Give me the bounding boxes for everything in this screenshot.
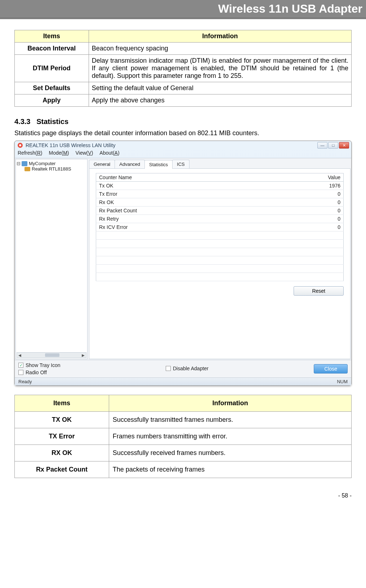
- statusbar: Ready NUM: [15, 377, 351, 385]
- status-left: Ready: [18, 379, 32, 384]
- show-tray-label: Show Tray Icon: [26, 362, 61, 368]
- app-icon: [17, 142, 23, 149]
- tree-root[interactable]: ⊟ MyComputer: [17, 161, 86, 166]
- window-title: REALTEK 11n USB Wireless LAN Utility: [26, 142, 115, 148]
- disable-adapter-label: Disable Adapter: [173, 366, 209, 371]
- stats-row: [96, 240, 344, 248]
- checkbox-icon: ✓: [18, 363, 23, 368]
- status-right: NUM: [337, 379, 348, 384]
- stats-table: Counter Name Value Tx OK1976 Tx Error0 R…: [96, 173, 344, 281]
- scroll-right-icon[interactable]: ►: [80, 353, 86, 358]
- t2-item: RX OK: [15, 445, 109, 461]
- t1-info: Beacon frequency spacing: [89, 43, 351, 55]
- stats-row[interactable]: Tx Error0: [96, 190, 344, 198]
- svg-point-1: [19, 144, 21, 146]
- tree-child[interactable]: Realtek RTL8188S: [17, 166, 86, 172]
- t2-info: Successfully received frames numbers.: [109, 445, 351, 461]
- stats-row[interactable]: Rx Retry0: [96, 215, 344, 223]
- menubar: Refresh(R) Mode(M) View(V) About(A): [15, 149, 351, 158]
- page-number: - 58 -: [0, 485, 366, 506]
- tabs: General Advanced Statistics ICS: [89, 159, 351, 169]
- stats-header-value[interactable]: Value: [300, 173, 344, 182]
- table-row: Rx Packet Count The packets of receiving…: [15, 461, 352, 478]
- t2-header-info: Information: [109, 395, 351, 412]
- section-desc: Statistics page displays the detail coun…: [14, 129, 352, 137]
- table-row: TX Error Frames numbers transmitting wit…: [15, 428, 352, 445]
- tree-root-label: MyComputer: [29, 161, 55, 166]
- menu-view[interactable]: View(V): [76, 150, 93, 156]
- tab-advanced[interactable]: Advanced: [115, 160, 145, 168]
- t2-item: TX Error: [15, 428, 109, 445]
- table-row: Beacon Interval Beacon frequency spacing: [15, 43, 352, 55]
- t2-item: Rx Packet Count: [15, 461, 109, 478]
- table-row: RX OK Successfully received frames numbe…: [15, 445, 352, 461]
- stats-row: [96, 265, 344, 273]
- t1-item: Apply: [15, 94, 89, 107]
- tab-general[interactable]: General: [89, 160, 115, 168]
- tab-body: Counter Name Value Tx OK1976 Tx Error0 R…: [89, 169, 351, 359]
- reset-button[interactable]: Reset: [294, 286, 344, 296]
- tree-pane: ⊟ MyComputer Realtek RTL8188S ◄ ►: [15, 159, 88, 359]
- stats-row[interactable]: Tx OK1976: [96, 182, 344, 190]
- menu-refresh[interactable]: Refresh(R): [18, 150, 42, 156]
- t1-info: Setting the default value of General: [89, 82, 351, 94]
- table-row: DTIM Period Delay transmission indicator…: [15, 55, 352, 82]
- page-header: Wireless 11n USB Adapter: [0, 0, 366, 19]
- stats-row[interactable]: Rx ICV Error0: [96, 223, 344, 231]
- t2-header-items: Items: [15, 395, 109, 412]
- scroll-left-icon[interactable]: ◄: [17, 353, 23, 358]
- t2-info: Frames numbers transmitting with error.: [109, 428, 351, 445]
- info-table-2: Items Information TX OK Successfully tra…: [14, 395, 352, 478]
- t1-header-items: Items: [15, 30, 89, 43]
- t1-item: Beacon Interval: [15, 43, 89, 55]
- stats-row: [96, 273, 344, 281]
- t1-item: Set Defaults: [15, 82, 89, 94]
- titlebar: REALTEK 11n USB Wireless LAN Utility — □…: [15, 141, 351, 149]
- nic-icon: [24, 167, 30, 171]
- menu-mode[interactable]: Mode(M): [49, 150, 69, 156]
- maximize-button[interactable]: □: [328, 142, 338, 149]
- stats-row: [96, 256, 344, 265]
- t2-info: The packets of receiving frames: [109, 461, 351, 478]
- t2-info: Successfully transmitted frames numbers.: [109, 412, 351, 428]
- t1-header-info: Information: [89, 30, 351, 43]
- checkbox-icon: [166, 366, 171, 371]
- table-row: TX OK Successfully transmitted frames nu…: [15, 412, 352, 428]
- tree-scrollbar[interactable]: ◄ ►: [17, 352, 86, 358]
- minimize-button[interactable]: —: [317, 142, 327, 149]
- info-table-1: Items Information Beacon Interval Beacon…: [14, 30, 352, 107]
- tab-ics[interactable]: ICS: [172, 160, 189, 168]
- scroll-thumb[interactable]: [45, 353, 59, 357]
- tab-statistics[interactable]: Statistics: [144, 160, 173, 169]
- t2-item: TX OK: [15, 412, 109, 428]
- stats-header-name[interactable]: Counter Name: [96, 173, 300, 182]
- t1-item: DTIM Period: [15, 55, 89, 82]
- collapse-icon[interactable]: ⊟: [17, 161, 20, 166]
- app-window: REALTEK 11n USB Wireless LAN Utility — □…: [14, 141, 352, 386]
- tree-child-label: Realtek RTL8188S: [32, 166, 71, 172]
- close-button[interactable]: Close: [314, 364, 348, 373]
- window-controls: — □ ✕: [317, 142, 349, 149]
- t1-info: Apply the above changes: [89, 94, 351, 107]
- table-row: Apply Apply the above changes: [15, 94, 352, 107]
- stats-row[interactable]: Rx Packet Count0: [96, 207, 344, 215]
- computer-icon: [22, 161, 27, 166]
- show-tray-checkbox[interactable]: ✓ Show Tray Icon: [18, 362, 61, 368]
- disable-adapter-checkbox[interactable]: Disable Adapter: [166, 366, 209, 371]
- table-row: Set Defaults Setting the default value o…: [15, 82, 352, 94]
- stats-row: [96, 248, 344, 256]
- section-title-text: Statistics: [36, 118, 68, 125]
- bottom-options: ✓ Show Tray Icon Radio Off Disable Adapt…: [15, 360, 351, 377]
- radio-off-checkbox[interactable]: Radio Off: [18, 370, 61, 375]
- section-number: 4.3.3: [14, 118, 30, 125]
- t1-info: Delay transmission indicator map (DTIM) …: [89, 55, 351, 82]
- stats-row[interactable]: Rx OK0: [96, 198, 344, 207]
- checkbox-icon: [18, 370, 23, 375]
- menu-about[interactable]: About(A): [99, 150, 119, 156]
- radio-off-label: Radio Off: [26, 370, 47, 375]
- section-heading: 4.3.3 Statistics: [14, 118, 352, 126]
- stats-row: [96, 231, 344, 240]
- close-window-button[interactable]: ✕: [339, 142, 349, 149]
